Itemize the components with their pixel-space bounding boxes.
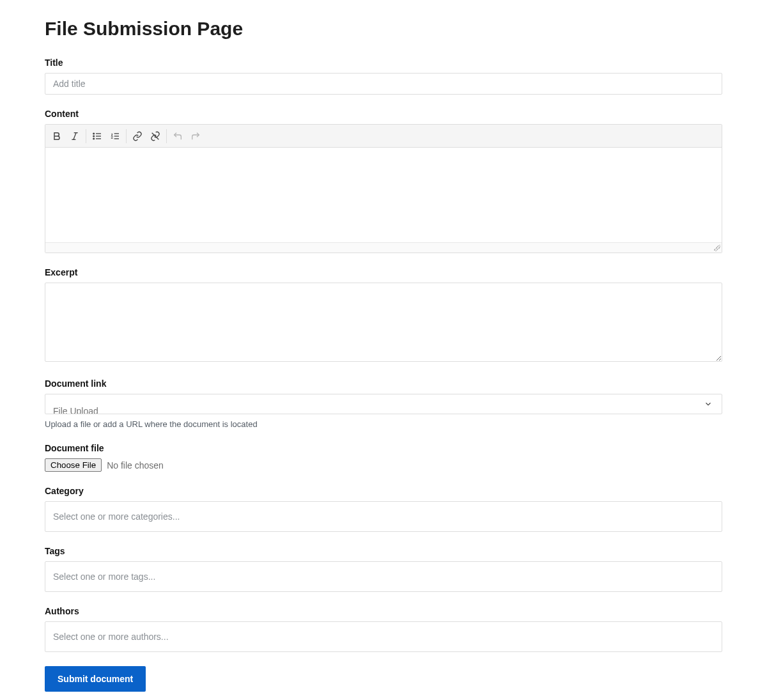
document-file-label: Document file bbox=[45, 443, 722, 453]
content-editor-area[interactable] bbox=[45, 148, 722, 242]
authors-select[interactable]: Select one or more authors... bbox=[45, 621, 722, 652]
content-label: Content bbox=[45, 109, 722, 119]
rich-text-editor bbox=[45, 124, 722, 253]
document-link-selected: File Upload bbox=[53, 406, 98, 414]
bullet-list-button[interactable] bbox=[88, 127, 106, 145]
title-label: Title bbox=[45, 58, 722, 68]
field-title: Title bbox=[45, 58, 722, 95]
field-content: Content bbox=[45, 109, 722, 253]
link-icon bbox=[132, 131, 143, 141]
file-chosen-status: No file chosen bbox=[107, 460, 164, 471]
unlink-icon bbox=[150, 131, 160, 141]
svg-line-2 bbox=[74, 132, 76, 139]
excerpt-textarea[interactable] bbox=[45, 283, 722, 362]
editor-toolbar bbox=[45, 125, 722, 148]
field-tags: Tags Select one or more tags... bbox=[45, 546, 722, 592]
editor-resize-handle[interactable] bbox=[45, 242, 722, 253]
document-link-label: Document link bbox=[45, 378, 722, 389]
redo-button[interactable] bbox=[187, 127, 205, 145]
authors-placeholder: Select one or more authors... bbox=[53, 632, 169, 642]
svg-point-6 bbox=[93, 133, 95, 134]
unlink-button[interactable] bbox=[146, 127, 164, 145]
redo-icon bbox=[190, 131, 201, 141]
document-link-select[interactable]: File Upload bbox=[45, 394, 722, 414]
numbered-list-icon bbox=[110, 131, 120, 141]
excerpt-label: Excerpt bbox=[45, 267, 722, 277]
choose-file-button[interactable]: Choose File bbox=[45, 458, 102, 472]
italic-icon bbox=[70, 131, 80, 141]
field-document-link: Document link File Upload Upload a file … bbox=[45, 378, 722, 429]
tags-placeholder: Select one or more tags... bbox=[53, 572, 155, 582]
toolbar-separator bbox=[86, 129, 86, 143]
italic-button[interactable] bbox=[66, 127, 84, 145]
field-authors: Authors Select one or more authors... bbox=[45, 606, 722, 652]
file-chooser: Choose File No file chosen bbox=[45, 458, 722, 472]
svg-point-8 bbox=[93, 138, 95, 139]
field-excerpt: Excerpt bbox=[45, 267, 722, 364]
file-submission-form: File Submission Page Title Content bbox=[0, 0, 767, 700]
toolbar-separator bbox=[126, 129, 127, 143]
chevron-down-icon bbox=[704, 400, 713, 408]
authors-label: Authors bbox=[45, 606, 722, 616]
svg-point-7 bbox=[93, 136, 95, 137]
document-link-help: Upload a file or add a URL where the doc… bbox=[45, 419, 722, 429]
undo-button[interactable] bbox=[169, 127, 187, 145]
link-button[interactable] bbox=[128, 127, 146, 145]
category-placeholder: Select one or more categories... bbox=[53, 511, 180, 522]
toolbar-separator bbox=[166, 129, 167, 143]
submit-document-button[interactable]: Submit document bbox=[45, 666, 146, 692]
undo-icon bbox=[173, 131, 183, 141]
bullet-list-icon bbox=[92, 131, 102, 141]
field-document-file: Document file Choose File No file chosen bbox=[45, 443, 722, 472]
title-input[interactable] bbox=[45, 73, 722, 95]
field-category: Category Select one or more categories..… bbox=[45, 486, 722, 532]
bold-button[interactable] bbox=[48, 127, 66, 145]
tags-select[interactable]: Select one or more tags... bbox=[45, 561, 722, 592]
tags-label: Tags bbox=[45, 546, 722, 556]
category-select[interactable]: Select one or more categories... bbox=[45, 501, 722, 532]
numbered-list-button[interactable] bbox=[106, 127, 124, 145]
category-label: Category bbox=[45, 486, 722, 496]
bold-icon bbox=[52, 131, 62, 141]
page-title: File Submission Page bbox=[45, 18, 722, 40]
